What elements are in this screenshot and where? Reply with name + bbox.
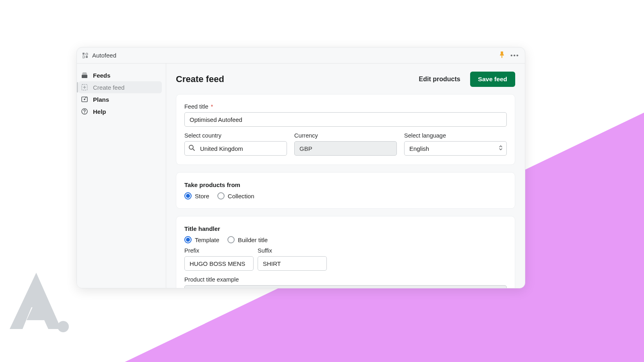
svg-rect-3 bbox=[86, 53, 88, 55]
svg-point-13 bbox=[84, 113, 85, 113]
suffix-input[interactable] bbox=[258, 256, 327, 271]
sidebar-item-label: Plans bbox=[93, 96, 109, 103]
example-label: Product title example bbox=[184, 276, 507, 283]
svg-point-11 bbox=[84, 99, 85, 100]
help-icon bbox=[81, 108, 88, 115]
sidebar-item-label: Feeds bbox=[93, 72, 110, 79]
sidebar-item-plans[interactable]: Plans bbox=[78, 93, 162, 105]
page-header: Create feed Edit products Save feed bbox=[176, 72, 515, 87]
more-icon[interactable]: ••• bbox=[510, 52, 519, 59]
feed-title-label: Feed title * bbox=[184, 103, 507, 110]
radio-label: Builder title bbox=[238, 237, 268, 243]
svg-rect-5 bbox=[86, 56, 88, 58]
radio-label: Collection bbox=[228, 193, 254, 200]
save-feed-button[interactable]: Save feed bbox=[470, 72, 515, 87]
app-window: Autofeed ••• Feeds Create feed bbox=[76, 47, 525, 288]
feed-title-input[interactable] bbox=[184, 112, 507, 127]
title-handler-card: Title handler Template Builder title Pre… bbox=[176, 216, 515, 288]
main-content: Create feed Edit products Save feed Feed… bbox=[166, 64, 525, 288]
country-input[interactable] bbox=[184, 141, 287, 156]
brand-logo-a bbox=[9, 270, 69, 335]
title-handler-title: Title handler bbox=[184, 225, 507, 232]
app-icon bbox=[83, 53, 88, 58]
svg-point-1 bbox=[58, 321, 69, 332]
products-source-card: Take products from Store Collection bbox=[176, 172, 515, 209]
feed-details-card: Feed title * Select country bbox=[176, 94, 515, 165]
sidebar-item-label: Create feed bbox=[93, 84, 124, 91]
titlebar: Autofeed ••• bbox=[77, 47, 525, 64]
svg-rect-8 bbox=[83, 72, 87, 73]
example-output bbox=[184, 285, 507, 288]
pin-icon[interactable] bbox=[499, 51, 505, 59]
language-label: Select language bbox=[404, 132, 507, 139]
svg-rect-2 bbox=[83, 53, 85, 55]
currency-input bbox=[294, 141, 397, 156]
country-label: Select country bbox=[184, 132, 287, 139]
app-title: Autofeed bbox=[92, 52, 116, 59]
suffix-label: Suffix bbox=[258, 247, 327, 254]
take-products-title: Take products from bbox=[184, 181, 507, 188]
radio-store[interactable]: Store bbox=[184, 192, 209, 200]
create-feed-icon bbox=[81, 84, 88, 91]
currency-label: Currency bbox=[294, 132, 397, 139]
sidebar-item-create-feed[interactable]: Create feed bbox=[78, 81, 162, 93]
sidebar: Feeds Create feed Plans Help bbox=[77, 64, 166, 288]
language-select[interactable] bbox=[404, 141, 507, 156]
svg-rect-7 bbox=[82, 74, 87, 74]
radio-builder-title[interactable]: Builder title bbox=[227, 236, 268, 243]
feeds-icon bbox=[81, 72, 88, 79]
edit-products-button[interactable]: Edit products bbox=[419, 76, 460, 83]
radio-label: Store bbox=[195, 193, 209, 200]
sidebar-item-label: Help bbox=[93, 108, 106, 115]
prefix-input[interactable] bbox=[184, 256, 254, 271]
sidebar-item-feeds[interactable]: Feeds bbox=[78, 69, 162, 81]
search-icon bbox=[188, 144, 195, 152]
page-title: Create feed bbox=[176, 74, 419, 84]
radio-template[interactable]: Template bbox=[184, 236, 219, 243]
prefix-label: Prefix bbox=[184, 247, 254, 254]
radio-collection[interactable]: Collection bbox=[217, 192, 254, 200]
svg-rect-4 bbox=[83, 56, 85, 58]
radio-label: Template bbox=[195, 237, 219, 243]
plans-icon bbox=[81, 96, 88, 103]
sidebar-item-help[interactable]: Help bbox=[78, 105, 162, 117]
svg-rect-6 bbox=[82, 75, 87, 78]
